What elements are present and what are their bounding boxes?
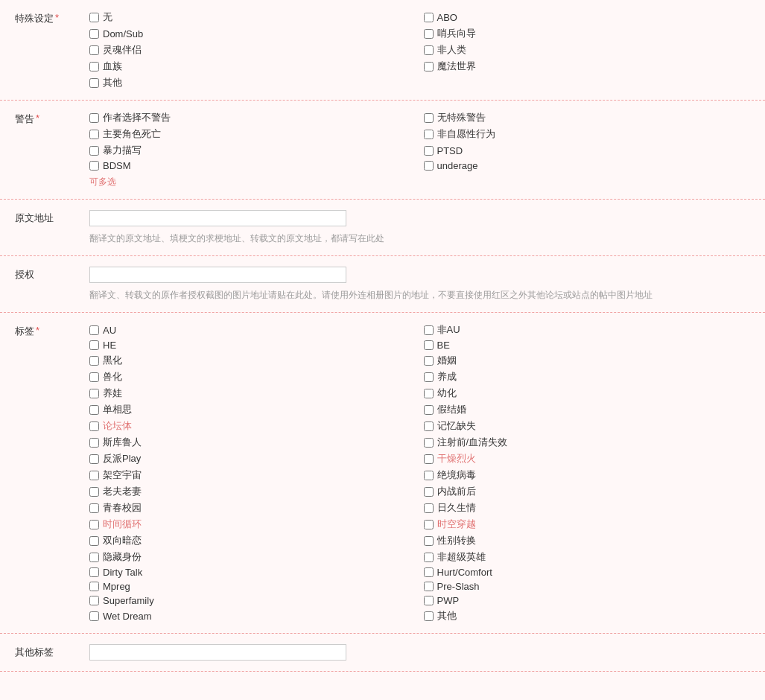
tag-unrequited-label: 单相思 [103,403,132,416]
warn-author-checkbox[interactable] [89,113,99,123]
tag-inject-checkbox[interactable] [424,438,434,448]
special-soldier-checkbox[interactable] [424,29,434,39]
tag-toddler-checkbox[interactable] [424,389,434,398]
tag-he-checkbox[interactable] [89,340,99,350]
special-domsub-checkbox[interactable] [89,29,99,39]
tag-beast-row: 兽化 [89,370,416,384]
warning-label: 警告 * [15,111,89,126]
warn-ptsd-checkbox[interactable] [424,146,434,156]
tag-be-checkbox[interactable] [424,340,434,350]
tag-fakemarry-checkbox[interactable] [424,405,434,415]
special-nonhuman-checkbox[interactable] [424,45,434,55]
warn-violence-checkbox[interactable] [89,146,99,156]
special-soldier-label: 哨兵向导 [437,27,476,40]
tag-poison-checkbox[interactable] [424,471,434,480]
tag-wetdream-checkbox[interactable] [89,611,99,621]
tag-skru-checkbox[interactable] [89,438,99,448]
tag-nonau-checkbox[interactable] [424,325,434,335]
tag-scifi-label: 架空宇宙 [103,468,142,482]
special-none-checkbox[interactable] [89,13,99,22]
tag-blacken-checkbox[interactable] [89,356,99,366]
tags-label: 标签 * [15,323,89,338]
special-abo-checkbox[interactable] [424,13,434,22]
tags-content: AU 非AU HE BE 黑化 [89,323,750,623]
tag-campus-checkbox[interactable] [89,503,99,513]
tag-mpreg-checkbox[interactable] [89,582,99,591]
tag-poison-row: 绝境病毒 [424,468,751,482]
tag-genderswap-row: 性别转换 [424,534,751,547]
tag-toddler-row: 幼化 [424,386,751,400]
authorization-input[interactable] [89,267,346,283]
tag-adopt-checkbox[interactable] [89,389,99,398]
other-tags-label: 其他标签 [15,644,89,659]
warn-violence-label: 暴力描写 [103,144,142,157]
special-settings-label: 特殊设定 * [15,10,89,25]
tag-inject-row: 注射前/血清失效 [424,436,751,449]
original-url-content: 翻译文的原文地址、填梗文的求梗地址、转载文的原文地址，都请写在此处 [89,210,750,245]
tag-marriage-row: 婚姻 [424,354,751,367]
tag-warfront-checkbox[interactable] [424,487,434,497]
tag-hurtcomfort-checkbox[interactable] [424,567,434,577]
tag-memory-checkbox[interactable] [424,421,434,431]
tag-unrequited-checkbox[interactable] [89,405,99,415]
warn-death-label: 主要角色死亡 [103,127,161,141]
tag-oldcouple-checkbox[interactable] [89,487,99,497]
tag-wetdream-label: Wet Dream [103,611,152,622]
tag-other2-label: 其他 [437,609,457,623]
warn-nospecial-checkbox[interactable] [424,113,434,123]
tag-fakemarry-label: 假结婚 [437,403,466,416]
tag-timeloop-checkbox[interactable] [89,520,99,529]
warn-nonvol-checkbox[interactable] [424,130,434,139]
original-url-section: 原文地址 翻译文的原文地址、填梗文的求梗地址、转载文的原文地址，都请写在此处 [0,200,765,256]
special-blood-checkbox[interactable] [89,62,99,71]
tag-dailylife-checkbox[interactable] [424,503,434,513]
warn-bdsm-checkbox[interactable] [89,161,99,171]
tag-be-label: BE [437,340,450,351]
special-settings-section: 特殊设定 * 无 ABO Dom/Sub [0,0,765,101]
tag-fakemarry-row: 假结婚 [424,403,751,416]
tag-other2-checkbox[interactable] [424,611,434,621]
tag-villain-checkbox[interactable] [89,454,99,464]
warn-bdsm-label: BDSM [103,160,131,171]
authorization-label: 授权 [15,267,89,281]
tag-forum-checkbox[interactable] [89,421,99,431]
tag-timeloop-row: 时间循环 [89,518,416,531]
tag-bidirect-checkbox[interactable] [89,536,99,546]
special-abo-row: ABO [424,10,751,24]
tag-memory-row: 记忆缺失 [424,419,751,433]
tag-beast-checkbox[interactable] [89,372,99,382]
warn-nospecial-label: 无特殊警告 [437,111,486,124]
tag-nurture-checkbox[interactable] [424,372,434,382]
other-tags-input[interactable] [89,644,346,661]
original-url-input[interactable] [89,210,346,226]
tag-oldcouple-label: 老夫老妻 [103,485,142,498]
tag-pwp-label: PWP [437,595,460,606]
tag-superhero-checkbox[interactable] [424,553,434,562]
tag-scifi-checkbox[interactable] [89,471,99,480]
tag-marriage-checkbox[interactable] [424,356,434,366]
warn-bdsm-row: BDSM [89,160,416,171]
special-spirit-checkbox[interactable] [89,45,99,55]
warn-violence-row: 暴力描写 [89,144,416,157]
tag-preslash-checkbox[interactable] [424,582,434,591]
tags-required-star: * [36,325,39,336]
special-other-checkbox[interactable] [89,78,99,88]
tag-pwp-checkbox[interactable] [424,596,434,605]
warn-underage-checkbox[interactable] [424,161,434,171]
tag-beast-label: 兽化 [103,370,122,384]
original-url-label: 原文地址 [15,210,89,225]
tag-nonau-row: 非AU [424,323,751,337]
tag-dirtytalk-label: Dirty Talk [103,567,142,578]
tag-superfamily-row: Superfamily [89,595,416,606]
tag-superfamily-checkbox[interactable] [89,596,99,605]
tag-hideid-checkbox[interactable] [89,553,99,562]
warning-required-star: * [36,112,39,124]
special-magic-checkbox[interactable] [424,62,434,71]
tag-genderswap-checkbox[interactable] [424,536,434,546]
tag-dirtytalk-checkbox[interactable] [89,567,99,577]
tag-nurture-label: 养成 [437,370,457,384]
tag-drysex-checkbox[interactable] [424,454,434,464]
warn-death-checkbox[interactable] [89,130,99,139]
tag-au-checkbox[interactable] [89,325,99,335]
tag-timetravel-checkbox[interactable] [424,520,434,529]
